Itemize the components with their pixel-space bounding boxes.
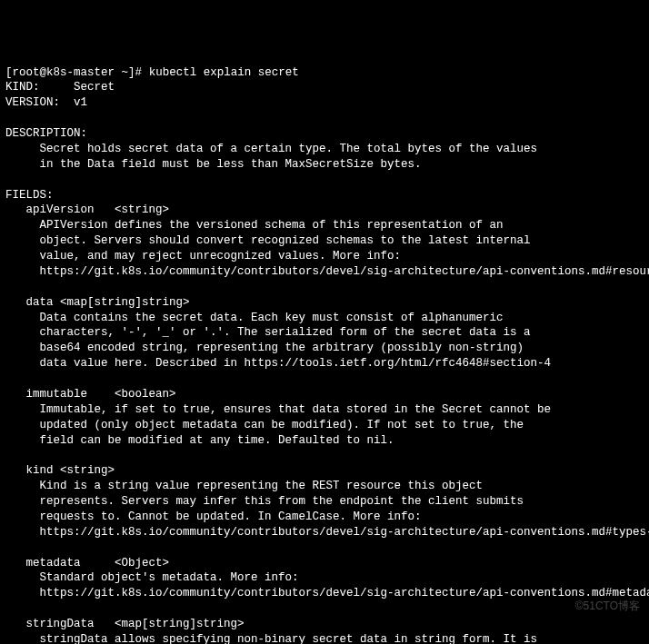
field-type: <boolean> <box>115 388 176 401</box>
field-type: <string> <box>115 203 169 216</box>
field-desc: Immutable, if set to true, ensures that … <box>40 403 552 416</box>
field-name: metadata <box>26 557 81 570</box>
field-desc: characters, '-', '_' or '.'. The seriali… <box>40 326 531 339</box>
field-desc: stringData allows specifying non-binary … <box>40 633 538 644</box>
field-type: <Object> <box>115 557 169 570</box>
terminal-output: [root@k8s-master ~]# kubectl explain sec… <box>5 66 649 645</box>
prompt-user: root <box>13 66 40 79</box>
description-label: DESCRIPTION: <box>5 127 87 140</box>
field-desc: field can be modified at any time. Defau… <box>40 434 394 447</box>
field-desc: updated (only object metadata can be mod… <box>40 419 524 431</box>
field-desc: https://git.k8s.io/community/contributor… <box>40 526 649 539</box>
field-desc: object. Servers should convert recognize… <box>40 234 531 247</box>
field-desc: data value here. Described in https://to… <box>40 357 552 370</box>
field-desc: APIVersion defines the versioned schema … <box>40 219 504 232</box>
field-desc: https://git.k8s.io/community/contributor… <box>40 587 649 599</box>
field-desc: https://git.k8s.io/community/contributor… <box>40 265 649 278</box>
field-type: <map[string]string> <box>60 296 190 309</box>
prompt-symbol: # <box>135 66 143 79</box>
field-desc: Data contains the secret data. Each key … <box>40 312 504 324</box>
field-name: immutable <box>26 388 88 401</box>
prompt-host: k8s-master <box>46 66 115 79</box>
field-type: <map[string]string> <box>115 618 245 630</box>
prompt-path: ~ <box>122 66 129 79</box>
field-desc: requests to. Cannot be updated. In Camel… <box>40 510 422 523</box>
version-value: v1 <box>74 96 87 109</box>
field-desc: value, and may reject unrecognized value… <box>40 250 402 263</box>
field-type: <string> <box>60 464 115 477</box>
watermark-text: ©51CTO博客 <box>575 599 640 613</box>
field-name: stringData <box>26 618 95 630</box>
field-desc: base64 encoded string, representing the … <box>40 342 524 354</box>
field-name: data <box>26 296 54 309</box>
version-label: VERSION: <box>5 96 60 109</box>
kind-label: KIND: <box>5 81 40 94</box>
field-name: apiVersion <box>26 203 95 216</box>
description-line: Secret holds secret data of a certain ty… <box>40 143 538 155</box>
fields-label: FIELDS: <box>5 189 54 202</box>
field-desc: Standard object's metadata. More info: <box>40 571 299 584</box>
field-desc: Kind is a string value representing the … <box>40 480 484 492</box>
description-line: in the Data field must be less than MaxS… <box>40 158 422 171</box>
command-text: kubectl explain secret <box>149 66 299 79</box>
kind-value: Secret <box>74 81 115 94</box>
field-name: kind <box>26 464 54 477</box>
field-desc: represents. Servers may infer this from … <box>40 495 524 508</box>
